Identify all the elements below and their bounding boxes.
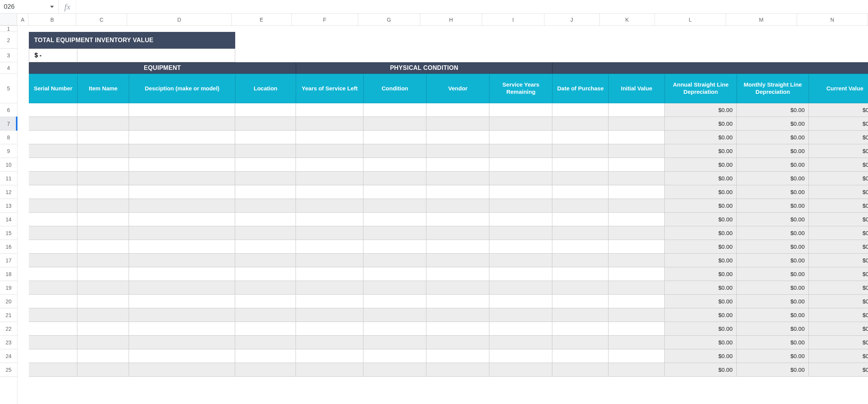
data-cell-r11-c10[interactable] [609,172,665,185]
data-cell-r11-c8[interactable] [489,172,552,185]
row-header-23[interactable]: 23 [0,336,17,349]
money-cell-r21-c11[interactable]: $0.00 [665,308,737,322]
row-header-13[interactable]: 13 [0,199,17,213]
data-cell-r8-c6[interactable] [363,131,426,144]
data-cell-r13-c2[interactable] [77,199,129,213]
data-cell-r8-c1[interactable] [29,131,77,144]
data-cell-r10-c4[interactable] [235,158,296,172]
data-cell-r20-c6[interactable] [363,295,426,308]
data-cell-r12-c7[interactable] [426,185,489,199]
data-cell-r25-c4[interactable] [235,363,296,377]
data-cell-r21-c3[interactable] [129,308,235,322]
row-header-10[interactable]: 10 [0,158,17,172]
money-cell-r11-c13[interactable]: $0.00 [809,172,868,185]
row-header-24[interactable]: 24 [0,349,17,363]
data-cell-r8-c9[interactable] [552,131,609,144]
money-cell-r14-c13[interactable]: $0.00 [809,213,868,226]
data-cell-r12-c4[interactable] [235,185,296,199]
column-header-J[interactable]: J [544,14,600,25]
data-cell-r24-c3[interactable] [129,349,235,363]
data-cell-r24-c1[interactable] [29,349,77,363]
data-cell-r24-c9[interactable] [552,349,609,363]
row-header-16[interactable]: 16 [0,240,17,254]
data-cell-r23-c6[interactable] [363,336,426,349]
data-cell-r13-c10[interactable] [609,199,665,213]
data-cell-r25-c10[interactable] [609,363,665,377]
data-cell-r8-c10[interactable] [609,131,665,144]
data-cell-r23-c9[interactable] [552,336,609,349]
data-cell-r10-c10[interactable] [609,158,665,172]
data-cell-r11-c5[interactable] [296,172,363,185]
data-cell-r22-c10[interactable] [609,322,665,336]
data-cell-r18-c8[interactable] [489,267,552,281]
money-cell-r13-c12[interactable]: $0.00 [737,199,809,213]
data-cell-r24-c4[interactable] [235,349,296,363]
column-header-H[interactable]: H [420,14,483,25]
data-cell-r14-c6[interactable] [363,213,426,226]
money-cell-r18-c13[interactable]: $0.00 [809,267,868,281]
data-cell-r16-c10[interactable] [609,240,665,254]
data-cell-r12-c6[interactable] [363,185,426,199]
money-cell-r25-c11[interactable]: $0.00 [665,363,737,377]
row-header-21[interactable]: 21 [0,308,17,322]
data-cell-r9-c3[interactable] [129,144,235,158]
row-header-9[interactable]: 9 [0,144,17,158]
data-cell-r11-c7[interactable] [426,172,489,185]
data-cell-r13-c4[interactable] [235,199,296,213]
data-cell-r14-c3[interactable] [129,213,235,226]
data-cell-r23-c1[interactable] [29,336,77,349]
row-header-22[interactable]: 22 [0,322,17,336]
column-header-M[interactable]: M [726,14,797,25]
money-cell-r7-c12[interactable]: $0.00 [737,117,809,131]
row-header-4[interactable]: 4 [0,62,17,74]
row-header-5[interactable]: 5 [0,74,17,103]
data-cell-r17-c3[interactable] [129,254,235,267]
money-cell-r8-c13[interactable]: $0.00 [809,131,868,144]
data-cell-r14-c5[interactable] [296,213,363,226]
data-cell-r7-c6[interactable] [363,117,426,131]
data-cell-r10-c2[interactable] [77,158,129,172]
data-cell-r22-c7[interactable] [426,322,489,336]
data-cell-r12-c5[interactable] [296,185,363,199]
column-header-B[interactable]: B [28,14,76,25]
money-cell-r21-c13[interactable]: $0.00 [809,308,868,322]
data-cell-r15-c7[interactable] [426,226,489,240]
data-cell-r20-c2[interactable] [77,295,129,308]
money-cell-r6-c11[interactable]: $0.00 [665,103,737,117]
money-cell-r23-c12[interactable]: $0.00 [737,336,809,349]
money-cell-r15-c12[interactable]: $0.00 [737,226,809,240]
data-cell-r18-c4[interactable] [235,267,296,281]
data-cell-r11-c9[interactable] [552,172,609,185]
data-cell-r22-c5[interactable] [296,322,363,336]
data-cell-r10-c8[interactable] [489,158,552,172]
money-cell-r17-c11[interactable]: $0.00 [665,254,737,267]
data-cell-r19-c2[interactable] [77,281,129,295]
money-cell-r7-c11[interactable]: $0.00 [665,117,737,131]
column-header-E[interactable]: E [232,14,292,25]
data-cell-r10-c6[interactable] [363,158,426,172]
data-cell-r23-c7[interactable] [426,336,489,349]
data-cell-r25-c8[interactable] [489,363,552,377]
data-cell-r7-c9[interactable] [552,117,609,131]
data-cell-r8-c4[interactable] [235,131,296,144]
money-cell-r11-c11[interactable]: $0.00 [665,172,737,185]
data-cell-r14-c4[interactable] [235,213,296,226]
data-cell-r13-c8[interactable] [489,199,552,213]
data-cell-r10-c7[interactable] [426,158,489,172]
money-cell-r19-c11[interactable]: $0.00 [665,281,737,295]
money-cell-r13-c11[interactable]: $0.00 [665,199,737,213]
data-cell-r7-c3[interactable] [129,117,235,131]
data-cell-r15-c6[interactable] [363,226,426,240]
data-cell-r17-c4[interactable] [235,254,296,267]
row-header-25[interactable]: 25 [0,363,17,377]
data-cell-r7-c5[interactable] [296,117,363,131]
money-cell-r18-c12[interactable]: $0.00 [737,267,809,281]
data-cell-r17-c1[interactable] [29,254,77,267]
row-header-7[interactable]: 7 [0,117,17,131]
data-cell-r22-c1[interactable] [29,322,77,336]
data-cell-r8-c5[interactable] [296,131,363,144]
data-cell-r15-c1[interactable] [29,226,77,240]
money-cell-r16-c13[interactable]: $0.00 [809,240,868,254]
data-cell-r23-c4[interactable] [235,336,296,349]
money-cell-r9-c12[interactable]: $0.00 [737,144,809,158]
